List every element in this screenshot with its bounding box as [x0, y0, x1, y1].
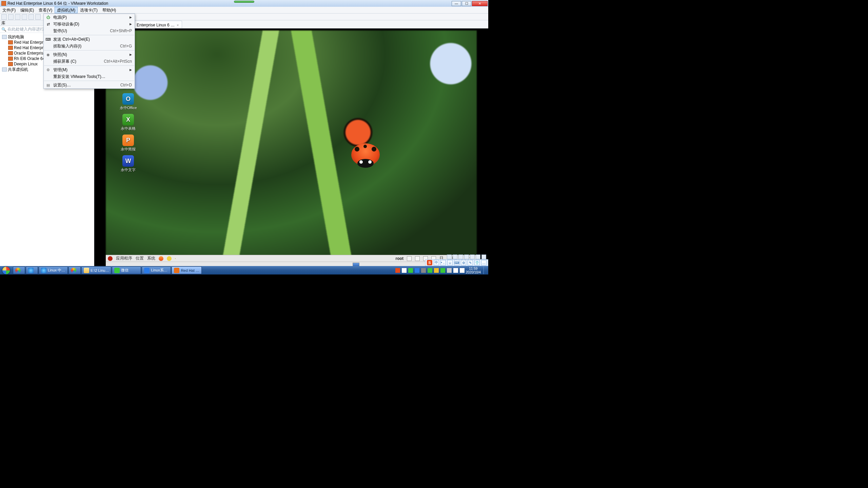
- tray-network-icon[interactable]: [453, 268, 458, 273]
- start-button[interactable]: [0, 266, 12, 274]
- toolbar-button[interactable]: [8, 14, 14, 20]
- guest-icon-sheet[interactable]: X永中表格: [117, 114, 139, 131]
- ie-icon: [28, 268, 34, 273]
- ctx-vmtools[interactable]: 重新安装 VMware Tools(T)…: [44, 73, 135, 80]
- shared-icon: [2, 67, 7, 72]
- guest-menu-system[interactable]: 系统: [147, 256, 155, 261]
- sogou-logo-icon[interactable]: S: [427, 260, 432, 265]
- menu-view[interactable]: 查看(V): [36, 7, 55, 13]
- sheet-icon: X: [122, 114, 134, 125]
- ctx-power[interactable]: ⏻电源(P)▶: [44, 14, 135, 21]
- tray-icon[interactable]: [402, 268, 407, 273]
- vm-icon: [8, 51, 13, 55]
- shortcut-label: Ctrl+D: [120, 83, 135, 87]
- taskbar-pinned[interactable]: [26, 266, 38, 274]
- tray-icon[interactable]: [447, 268, 452, 273]
- menu-tabs[interactable]: 选项卡(T): [78, 7, 100, 13]
- computer-icon: [2, 35, 7, 39]
- titlebar[interactable]: Red Hat Enterprise Linux 6 64 位 - VMware…: [0, 0, 488, 7]
- device-icon[interactable]: [476, 255, 480, 259]
- ctx-pause[interactable]: 暂停(U)Ctrl+Shift+P: [44, 27, 135, 34]
- tray-icon[interactable]: [421, 268, 426, 273]
- device-icon[interactable]: [458, 255, 463, 259]
- ime-lang-button[interactable]: 中: [434, 260, 439, 265]
- ctx-grab-input[interactable]: 抓取输入内容(I)Ctrl+G: [44, 43, 135, 49]
- device-icon[interactable]: [470, 255, 475, 259]
- mail-icon[interactable]: [167, 256, 172, 261]
- ctx-manage[interactable]: ⚙管理(M)▶: [44, 66, 135, 73]
- tray-icon[interactable]: [395, 268, 400, 273]
- system-tray[interactable]: [395, 268, 465, 273]
- menu-help[interactable]: 帮助(H): [100, 7, 119, 13]
- tray-icon[interactable]: [408, 268, 413, 273]
- tray-icon[interactable]: [434, 268, 439, 273]
- taskbar-clock[interactable]: 11:59 2020/10/4: [465, 267, 482, 274]
- menu-edit[interactable]: 编辑(E): [18, 7, 36, 13]
- guest-user-label[interactable]: root: [396, 256, 403, 261]
- ctx-snapshot[interactable]: ◉快照(N)▶: [44, 51, 135, 58]
- device-icon[interactable]: [453, 255, 457, 259]
- toolbar-button[interactable]: [15, 14, 20, 20]
- tray-icon[interactable]: [428, 268, 432, 273]
- device-icon[interactable]: [481, 255, 486, 259]
- guest-top-panel[interactable]: 应用程序 位置 系统 root 日 10月 4: [106, 255, 477, 262]
- vmware-window: Red Hat Enterprise Linux 6 64 位 - VMware…: [0, 0, 488, 274]
- taskbar-task[interactable]: Linux 中…: [39, 266, 68, 274]
- folder-icon: [84, 268, 89, 273]
- ime-button[interactable]: 👕: [474, 260, 480, 265]
- wps-icon: [144, 268, 150, 273]
- tray-volume-icon[interactable]: [460, 268, 465, 273]
- close-button[interactable]: ✕: [472, 1, 488, 6]
- ctx-send-cad[interactable]: ⌨发送 Ctrl+Alt+Del(E): [44, 36, 135, 43]
- maximize-button[interactable]: ☐: [462, 1, 471, 6]
- ime-punct-button[interactable]: •，: [440, 260, 446, 265]
- device-icon[interactable]: [447, 255, 452, 259]
- toolbar-button[interactable]: [28, 14, 34, 20]
- guest-tray-icon[interactable]: [407, 256, 412, 261]
- guest-os-screen[interactable]: 🗑回收站 O永中Office X永中表格 P永中简报 W永中文字 应用程序 位置…: [106, 30, 477, 267]
- guest-menu-places[interactable]: 位置: [136, 256, 144, 261]
- ime-button[interactable]: ⌨: [454, 260, 459, 265]
- ime-button[interactable]: ⚙: [461, 260, 466, 265]
- notes-icon[interactable]: [175, 258, 176, 259]
- office-icon: O: [122, 93, 134, 105]
- firefox-icon[interactable]: [159, 256, 163, 261]
- minimize-button[interactable]: —: [452, 1, 461, 6]
- taskbar-task[interactable]: 微信: [112, 266, 141, 274]
- ime-button[interactable]: ✎: [468, 260, 473, 265]
- redhat-icon[interactable]: [108, 256, 113, 261]
- toolbar-button[interactable]: [22, 14, 27, 20]
- menu-file[interactable]: 文件(F): [0, 7, 18, 13]
- window-grab-handle[interactable]: [234, 1, 254, 3]
- taskbar-task-active[interactable]: Red Hat …: [172, 266, 201, 274]
- taskbar-task[interactable]: Linux系…: [142, 266, 171, 274]
- tab-close-icon[interactable]: ×: [177, 23, 179, 27]
- taskbar-pinned[interactable]: [13, 266, 25, 274]
- toolbar-button[interactable]: [1, 14, 7, 20]
- word-icon: W: [122, 155, 134, 167]
- taskbar-task[interactable]: E:\2 Linu…: [81, 266, 111, 274]
- guest-icon-slide[interactable]: P永中简报: [117, 135, 139, 152]
- ime-toolbar[interactable]: S 中 •， ☺ ⌨ ⚙ ✎ 👕 …: [425, 259, 488, 266]
- ctx-capture[interactable]: 捕获屏幕 (C)Ctrl+Alt+PrtScn: [44, 58, 135, 65]
- guest-tray-icon[interactable]: [415, 256, 420, 261]
- ime-button[interactable]: …: [481, 260, 487, 265]
- guest-menu-apps[interactable]: 应用程序: [116, 256, 132, 261]
- ctx-settings[interactable]: ▤设置(S)…Ctrl+D: [44, 82, 135, 88]
- toolbar-button[interactable]: [35, 14, 41, 20]
- vm-viewport[interactable]: 🗑回收站 O永中Office X永中表格 P永中简报 W永中文字 应用程序 位置…: [94, 28, 488, 269]
- show-desktop-button[interactable]: [484, 266, 487, 274]
- guest-icon-office[interactable]: O永中Office: [117, 93, 139, 110]
- device-icon[interactable]: [464, 255, 469, 259]
- app-icon: [15, 268, 21, 273]
- host-taskbar[interactable]: Linux 中… E:\2 Linu… 微信 Linux系… Red Hat ……: [0, 266, 488, 274]
- guest-icon-word[interactable]: W永中文字: [117, 155, 139, 172]
- taskbar-pinned[interactable]: [68, 266, 81, 274]
- tray-icon[interactable]: [440, 268, 445, 273]
- ime-button[interactable]: ☺: [447, 260, 453, 265]
- menu-vm[interactable]: 虚拟机(M): [55, 7, 78, 13]
- menu-separator: [44, 81, 134, 81]
- submenu-arrow-icon: ▶: [130, 53, 135, 56]
- tray-icon[interactable]: [415, 268, 419, 273]
- ctx-removable[interactable]: ⇄可移动设备(D)▶: [44, 21, 135, 27]
